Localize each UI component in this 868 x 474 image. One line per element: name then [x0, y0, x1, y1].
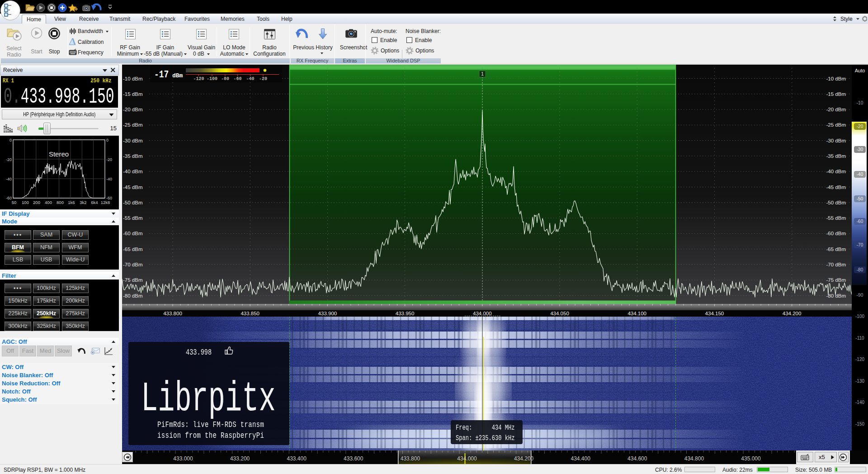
svg-text:434.200: 434.200	[514, 455, 534, 462]
svg-text:-50 dBm: -50 dBm	[123, 200, 142, 205]
svg-text:Stereo: Stereo	[49, 150, 69, 158]
svg-text:-75 dBm: -75 dBm	[826, 277, 846, 283]
svg-text:0: 0	[9, 138, 12, 142]
svg-text:-40 dBm: -40 dBm	[826, 169, 846, 174]
svg-text:100: 100	[22, 200, 29, 205]
svg-text:-65 dBm: -65 dBm	[123, 246, 142, 252]
svg-text:-65 dBm: -65 dBm	[826, 246, 846, 252]
svg-text:434.100: 434.100	[627, 311, 646, 316]
svg-text:435.000: 435.000	[741, 455, 761, 462]
svg-text:-15 dBm: -15 dBm	[826, 91, 846, 97]
svg-text:-55 dBm: -55 dBm	[826, 215, 846, 221]
svg-text:50: 50	[12, 200, 17, 205]
svg-text:3k2: 3k2	[80, 200, 86, 205]
svg-text:434.050: 434.050	[550, 311, 569, 316]
svg-text:800: 800	[57, 200, 64, 205]
svg-text:-45 dBm: -45 dBm	[826, 185, 846, 190]
svg-text:-20 dBm: -20 dBm	[826, 107, 846, 112]
svg-text:-80 dBm: -80 dBm	[123, 293, 142, 299]
svg-text:6k4: 6k4	[91, 200, 98, 205]
svg-text:-70 dBm: -70 dBm	[123, 262, 142, 267]
svg-text:434.200: 434.200	[783, 311, 802, 316]
svg-text:-60 dBm: -60 dBm	[826, 231, 846, 236]
svg-text:1: 1	[481, 71, 484, 76]
svg-text:-25 dBm: -25 dBm	[826, 122, 846, 128]
svg-text:-20: -20	[106, 157, 112, 162]
svg-text:433.850: 433.850	[241, 311, 259, 316]
svg-text:433.950: 433.950	[396, 311, 415, 316]
svg-text:-120: -120	[193, 76, 204, 81]
svg-text:-35 dBm: -35 dBm	[123, 153, 142, 159]
svg-text:433.800: 433.800	[163, 311, 182, 316]
svg-text:-40: -40	[246, 76, 254, 81]
svg-text:-20 dBm: -20 dBm	[123, 107, 142, 112]
svg-text:-50 dBm: -50 dBm	[826, 200, 846, 205]
svg-text:434.400: 434.400	[571, 455, 591, 462]
svg-text:12k8: 12k8	[101, 200, 110, 205]
svg-text:0: 0	[106, 138, 108, 142]
svg-text:434.800: 434.800	[684, 455, 704, 462]
svg-text:-10 dBm: -10 dBm	[826, 76, 846, 81]
svg-text:-17: -17	[154, 69, 169, 81]
svg-text:-55 dBm: -55 dBm	[123, 215, 142, 221]
svg-text:-40 dBm: -40 dBm	[123, 169, 142, 174]
svg-text:-100: -100	[207, 76, 217, 81]
svg-text:-45 dBm: -45 dBm	[123, 185, 142, 190]
svg-text:400: 400	[45, 200, 52, 205]
svg-text:433.400: 433.400	[287, 455, 307, 462]
svg-text:433.200: 433.200	[230, 455, 250, 462]
svg-text:-15 dBm: -15 dBm	[123, 91, 142, 97]
svg-text:433.600: 433.600	[344, 455, 363, 462]
svg-text:-70 dBm: -70 dBm	[826, 262, 846, 267]
svg-text:433.000: 433.000	[173, 455, 193, 462]
svg-text:433.900: 433.900	[318, 311, 337, 316]
svg-text:Style: Style	[840, 16, 853, 22]
svg-text:-20: -20	[259, 76, 267, 81]
svg-text:-75 dBm: -75 dBm	[123, 277, 142, 283]
svg-text:200: 200	[33, 200, 40, 205]
svg-text:-40: -40	[106, 177, 112, 181]
svg-text:-10 dBm: -10 dBm	[123, 76, 142, 81]
svg-text:433.800: 433.800	[401, 455, 420, 462]
svg-text:-35 dBm: -35 dBm	[826, 153, 846, 159]
svg-text:1k6: 1k6	[68, 200, 75, 205]
svg-text:434.150: 434.150	[705, 311, 724, 316]
svg-text:-60: -60	[6, 196, 12, 200]
svg-text:-40: -40	[6, 177, 12, 181]
svg-text:434.000: 434.000	[457, 455, 477, 462]
svg-text:-20: -20	[6, 157, 12, 162]
svg-text:dBm: dBm	[172, 72, 183, 79]
svg-text:-80 dBm: -80 dBm	[826, 293, 846, 299]
svg-text:434.000: 434.000	[473, 311, 492, 316]
svg-text:-30 dBm: -30 dBm	[826, 138, 846, 143]
svg-text:-30 dBm: -30 dBm	[123, 138, 142, 143]
svg-text:434.600: 434.600	[627, 455, 647, 462]
svg-text:-25 dBm: -25 dBm	[123, 122, 142, 128]
svg-text:-80: -80	[221, 76, 229, 81]
svg-text:-60: -60	[233, 76, 241, 81]
svg-text:-60 dBm: -60 dBm	[123, 231, 142, 236]
